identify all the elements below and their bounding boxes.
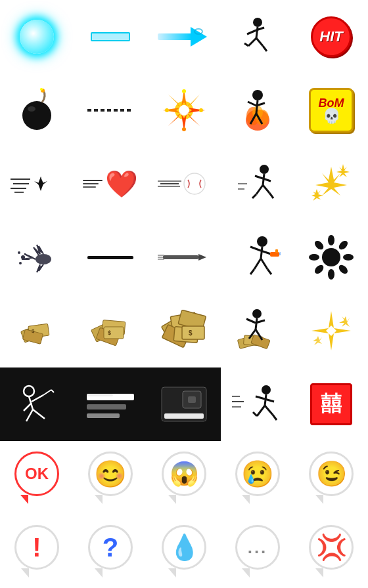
- cell-stickman-money[interactable]: [221, 294, 294, 368]
- cell-money-sm[interactable]: $: [0, 294, 74, 368]
- svg-line-80: [254, 259, 261, 269]
- svg-point-3: [253, 18, 262, 27]
- ok-text: OK: [25, 465, 49, 483]
- svg-line-81: [261, 259, 267, 269]
- cell-stickman-run2[interactable]: [221, 147, 294, 220]
- svg-marker-121: [334, 328, 351, 333]
- svg-marker-118: [329, 311, 334, 328]
- svg-rect-134: [87, 413, 120, 418]
- solid-line-icon: [87, 256, 133, 259]
- svg-point-85: [328, 235, 334, 245]
- cell-sparkle-star[interactable]: [294, 294, 368, 368]
- cell-splash[interactable]: [0, 220, 74, 294]
- skull-icon: 💀: [323, 109, 340, 123]
- svg-marker-122: [339, 316, 352, 327]
- svg-rect-76: [270, 252, 279, 257]
- svg-line-82: [267, 269, 271, 274]
- svg-line-54: [255, 176, 263, 178]
- svg-rect-139: [188, 396, 196, 403]
- svg-text:$: $: [189, 329, 193, 337]
- svg-line-127: [24, 403, 32, 411]
- cell-bomb[interactable]: [0, 74, 74, 147]
- cell-arrow[interactable]: [147, 0, 221, 74]
- cell-hit[interactable]: HIT: [294, 0, 368, 74]
- cell-red-stamp[interactable]: 囍: [294, 368, 368, 441]
- svg-point-91: [309, 254, 319, 261]
- svg-line-8: [256, 38, 263, 46]
- svg-rect-107: [182, 326, 204, 339]
- cell-dotted-line[interactable]: [74, 74, 147, 147]
- question-text: ?: [103, 533, 118, 562]
- hit-badge-icon: HIT: [311, 16, 352, 57]
- bubble-smile-icon: 😊: [88, 452, 133, 504]
- cell-bubble-thumbs[interactable]: 😉: [294, 441, 368, 514]
- svg-line-114: [246, 319, 256, 323]
- cell-bubble-smile[interactable]: 😊: [74, 441, 147, 514]
- cell-dash-bar[interactable]: [74, 0, 147, 74]
- cell-question[interactable]: ?: [74, 514, 147, 588]
- svg-line-113: [256, 318, 257, 329]
- svg-line-5: [247, 30, 256, 34]
- cell-shuriken[interactable]: [0, 147, 74, 220]
- svg-point-25: [182, 89, 186, 93]
- exclaim-icon: !: [14, 525, 59, 578]
- cell-money-med[interactable]: $: [74, 294, 147, 368]
- cell-bubble-cry[interactable]: 😢: [221, 441, 294, 514]
- cell-stickman-run[interactable]: [221, 0, 294, 74]
- bubble-cry-icon: 😢: [235, 452, 280, 504]
- svg-point-52: [260, 165, 269, 174]
- money-med-icon: $: [89, 311, 132, 350]
- cell-ellipsis[interactable]: ...: [221, 514, 294, 588]
- cell-long-bullet[interactable]: [147, 220, 221, 294]
- cell-money-lg[interactable]: $: [147, 294, 221, 368]
- cell-drop[interactable]: 💧: [147, 514, 221, 588]
- cell-bom[interactable]: BoM 💀: [294, 74, 368, 147]
- cell-splat[interactable]: [294, 220, 368, 294]
- svg-line-57: [263, 185, 269, 193]
- heart-emoji: ❤️: [105, 169, 138, 200]
- rage-icon: 💢: [309, 525, 354, 578]
- svg-line-131: [51, 390, 54, 392]
- cell-sparkles[interactable]: [294, 147, 368, 220]
- svg-marker-21: [168, 94, 181, 108]
- svg-point-86: [337, 239, 349, 251]
- cell-heart-trail[interactable]: ❤️: [74, 147, 147, 220]
- cell-bubble-shocked[interactable]: 😱: [147, 441, 221, 514]
- bom-badge-icon: BoM 💀: [309, 88, 354, 133]
- cell-sliding-scene[interactable]: [74, 368, 147, 441]
- red-stamp-icon: 囍: [310, 383, 352, 425]
- cell-outline-stickman[interactable]: [0, 368, 74, 441]
- orb-icon: [20, 20, 54, 54]
- long-bullet-icon: [158, 249, 210, 265]
- svg-point-27: [182, 127, 186, 131]
- stickman-fast-icon: [232, 383, 283, 426]
- cell-stickman-fire[interactable]: [221, 74, 294, 147]
- svg-marker-1: [191, 27, 207, 47]
- cell-stickman-gun[interactable]: [221, 220, 294, 294]
- svg-line-59: [252, 194, 256, 198]
- splash-icon: [14, 241, 60, 274]
- svg-line-35: [248, 102, 256, 106]
- cell-stickman-fast[interactable]: [221, 368, 294, 441]
- svg-point-26: [199, 108, 203, 112]
- heart-trail-icon: ❤️: [83, 169, 138, 200]
- cell-rage[interactable]: 💢: [294, 514, 368, 588]
- drop-icon: 💧: [162, 525, 206, 578]
- thumbs-emoji: 😉: [316, 459, 347, 488]
- svg-point-87: [343, 254, 354, 261]
- cell-baseball[interactable]: [147, 147, 221, 220]
- svg-rect-0: [158, 33, 192, 40]
- svg-point-33: [252, 90, 263, 100]
- bubble-shocked-icon: 😱: [162, 452, 206, 504]
- stickman-gun-icon: [235, 235, 281, 280]
- cell-black-box-scene[interactable]: [147, 368, 221, 441]
- outline-stickman-icon: [13, 381, 60, 428]
- cell-orb[interactable]: [0, 0, 74, 74]
- cell-exclaim[interactable]: !: [0, 514, 74, 588]
- cell-bubble-ok[interactable]: OK: [0, 441, 74, 514]
- svg-line-4: [256, 27, 258, 38]
- cell-solid-line[interactable]: [74, 220, 147, 294]
- ellipsis-icon: ...: [235, 525, 280, 578]
- dotted-line-icon: [87, 109, 133, 112]
- cell-explosion[interactable]: [147, 74, 221, 147]
